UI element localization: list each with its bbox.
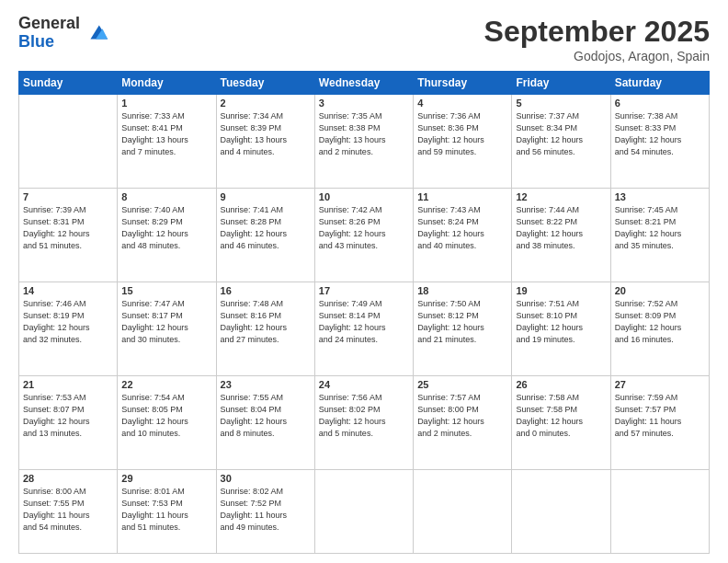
day-number: 25 <box>417 379 507 390</box>
day-number: 6 <box>615 98 705 109</box>
day-info: Sunrise: 7:43 AMSunset: 8:24 PMDaylight:… <box>417 204 507 252</box>
day-number: 4 <box>417 98 507 109</box>
calendar-week-2: 14Sunrise: 7:46 AMSunset: 8:19 PMDayligh… <box>19 282 710 375</box>
day-number: 15 <box>121 285 211 296</box>
header: General Blue September 2025 Godojos, Ara… <box>18 15 710 63</box>
day-number: 24 <box>319 379 409 390</box>
calendar-cell: 29Sunrise: 8:01 AMSunset: 7:53 PMDayligh… <box>118 469 216 553</box>
day-info: Sunrise: 7:45 AMSunset: 8:21 PMDaylight:… <box>615 204 705 252</box>
day-number: 21 <box>23 379 113 390</box>
day-info: Sunrise: 7:56 AMSunset: 8:02 PMDaylight:… <box>319 392 409 440</box>
day-info: Sunrise: 7:39 AMSunset: 8:31 PMDaylight:… <box>23 204 113 252</box>
day-info: Sunrise: 7:37 AMSunset: 8:34 PMDaylight:… <box>516 110 606 158</box>
calendar-header-monday: Monday <box>118 72 216 95</box>
day-info: Sunrise: 7:57 AMSunset: 8:00 PMDaylight:… <box>417 392 507 440</box>
location: Godojos, Aragon, Spain <box>484 49 710 63</box>
day-info: Sunrise: 7:38 AMSunset: 8:33 PMDaylight:… <box>615 110 705 158</box>
calendar-header-sunday: Sunday <box>19 72 118 95</box>
logo-blue: Blue <box>18 33 80 52</box>
calendar-cell: 20Sunrise: 7:52 AMSunset: 8:09 PMDayligh… <box>610 282 709 375</box>
calendar-week-1: 7Sunrise: 7:39 AMSunset: 8:31 PMDaylight… <box>19 188 710 282</box>
calendar-week-4: 28Sunrise: 8:00 AMSunset: 7:55 PMDayligh… <box>19 469 710 553</box>
calendar-cell: 8Sunrise: 7:40 AMSunset: 8:29 PMDaylight… <box>118 188 216 282</box>
day-info: Sunrise: 7:36 AMSunset: 8:36 PMDaylight:… <box>417 110 507 158</box>
calendar-cell: 19Sunrise: 7:51 AMSunset: 8:10 PMDayligh… <box>512 282 610 375</box>
calendar-header-friday: Friday <box>512 72 610 95</box>
calendar-cell <box>314 469 413 553</box>
title-block: September 2025 Godojos, Aragon, Spain <box>484 15 710 63</box>
calendar-table: SundayMondayTuesdayWednesdayThursdayFrid… <box>18 71 710 554</box>
day-number: 3 <box>319 98 409 109</box>
calendar-cell: 9Sunrise: 7:41 AMSunset: 8:28 PMDaylight… <box>216 188 314 282</box>
day-info: Sunrise: 7:35 AMSunset: 8:38 PMDaylight:… <box>319 110 409 158</box>
logo: General Blue <box>18 15 109 52</box>
calendar-cell: 6Sunrise: 7:38 AMSunset: 8:33 PMDaylight… <box>610 95 709 189</box>
calendar-header-thursday: Thursday <box>414 72 512 95</box>
day-info: Sunrise: 8:01 AMSunset: 7:53 PMDaylight:… <box>121 486 211 534</box>
day-number: 16 <box>221 285 311 296</box>
day-number: 14 <box>23 285 113 296</box>
calendar-cell: 4Sunrise: 7:36 AMSunset: 8:36 PMDaylight… <box>414 95 512 189</box>
day-info: Sunrise: 8:02 AMSunset: 7:52 PMDaylight:… <box>221 486 311 534</box>
day-info: Sunrise: 7:44 AMSunset: 8:22 PMDaylight:… <box>516 204 606 252</box>
day-info: Sunrise: 7:52 AMSunset: 8:09 PMDaylight:… <box>615 298 705 346</box>
day-info: Sunrise: 7:53 AMSunset: 8:07 PMDaylight:… <box>23 392 113 440</box>
day-number: 12 <box>516 191 606 202</box>
calendar-cell: 12Sunrise: 7:44 AMSunset: 8:22 PMDayligh… <box>512 188 610 282</box>
calendar-cell: 23Sunrise: 7:55 AMSunset: 8:04 PMDayligh… <box>216 375 314 469</box>
day-number: 30 <box>221 473 311 484</box>
calendar-cell: 10Sunrise: 7:42 AMSunset: 8:26 PMDayligh… <box>314 188 413 282</box>
calendar-cell: 13Sunrise: 7:45 AMSunset: 8:21 PMDayligh… <box>610 188 709 282</box>
day-number: 11 <box>417 191 507 202</box>
calendar-week-0: 1Sunrise: 7:33 AMSunset: 8:41 PMDaylight… <box>19 95 710 189</box>
day-info: Sunrise: 7:34 AMSunset: 8:39 PMDaylight:… <box>221 110 311 158</box>
day-info: Sunrise: 7:50 AMSunset: 8:12 PMDaylight:… <box>417 298 507 346</box>
day-number: 9 <box>221 191 311 202</box>
day-number: 1 <box>121 98 211 109</box>
day-number: 20 <box>615 285 705 296</box>
calendar-cell: 24Sunrise: 7:56 AMSunset: 8:02 PMDayligh… <box>314 375 413 469</box>
day-info: Sunrise: 8:00 AMSunset: 7:55 PMDaylight:… <box>23 486 113 534</box>
calendar-cell: 17Sunrise: 7:49 AMSunset: 8:14 PMDayligh… <box>314 282 413 375</box>
day-number: 28 <box>23 473 113 484</box>
day-info: Sunrise: 7:48 AMSunset: 8:16 PMDaylight:… <box>221 298 311 346</box>
calendar-week-3: 21Sunrise: 7:53 AMSunset: 8:07 PMDayligh… <box>19 375 710 469</box>
day-info: Sunrise: 7:58 AMSunset: 7:58 PMDaylight:… <box>516 392 606 440</box>
calendar-cell: 27Sunrise: 7:59 AMSunset: 7:57 PMDayligh… <box>610 375 709 469</box>
logo-general: General <box>18 15 80 33</box>
day-number: 18 <box>417 285 507 296</box>
day-number: 29 <box>121 473 211 484</box>
day-number: 17 <box>319 285 409 296</box>
calendar-header-saturday: Saturday <box>610 72 709 95</box>
calendar-cell: 5Sunrise: 7:37 AMSunset: 8:34 PMDaylight… <box>512 95 610 189</box>
day-number: 27 <box>615 379 705 390</box>
day-info: Sunrise: 7:59 AMSunset: 7:57 PMDaylight:… <box>615 392 705 440</box>
calendar-header-row: SundayMondayTuesdayWednesdayThursdayFrid… <box>19 72 710 95</box>
calendar-cell: 30Sunrise: 8:02 AMSunset: 7:52 PMDayligh… <box>216 469 314 553</box>
day-number: 2 <box>221 98 311 109</box>
calendar-cell <box>19 95 118 189</box>
day-number: 19 <box>516 285 606 296</box>
calendar-cell: 2Sunrise: 7:34 AMSunset: 8:39 PMDaylight… <box>216 95 314 189</box>
calendar-cell <box>512 469 610 553</box>
day-info: Sunrise: 7:51 AMSunset: 8:10 PMDaylight:… <box>516 298 606 346</box>
calendar-cell: 3Sunrise: 7:35 AMSunset: 8:38 PMDaylight… <box>314 95 413 189</box>
calendar-cell: 16Sunrise: 7:48 AMSunset: 8:16 PMDayligh… <box>216 282 314 375</box>
day-number: 7 <box>23 191 113 202</box>
logo-text: General Blue <box>18 15 80 52</box>
month-title: September 2025 <box>484 15 710 49</box>
calendar-cell: 22Sunrise: 7:54 AMSunset: 8:05 PMDayligh… <box>118 375 216 469</box>
day-info: Sunrise: 7:49 AMSunset: 8:14 PMDaylight:… <box>319 298 409 346</box>
day-info: Sunrise: 7:41 AMSunset: 8:28 PMDaylight:… <box>221 204 311 252</box>
calendar-header-tuesday: Tuesday <box>216 72 314 95</box>
day-info: Sunrise: 7:40 AMSunset: 8:29 PMDaylight:… <box>121 204 211 252</box>
calendar-cell: 7Sunrise: 7:39 AMSunset: 8:31 PMDaylight… <box>19 188 118 282</box>
day-number: 10 <box>319 191 409 202</box>
day-number: 23 <box>221 379 311 390</box>
calendar-cell: 28Sunrise: 8:00 AMSunset: 7:55 PMDayligh… <box>19 469 118 553</box>
calendar-cell: 15Sunrise: 7:47 AMSunset: 8:17 PMDayligh… <box>118 282 216 375</box>
logo-icon <box>84 20 109 46</box>
calendar-cell: 21Sunrise: 7:53 AMSunset: 8:07 PMDayligh… <box>19 375 118 469</box>
calendar-cell: 18Sunrise: 7:50 AMSunset: 8:12 PMDayligh… <box>414 282 512 375</box>
calendar-cell: 11Sunrise: 7:43 AMSunset: 8:24 PMDayligh… <box>414 188 512 282</box>
